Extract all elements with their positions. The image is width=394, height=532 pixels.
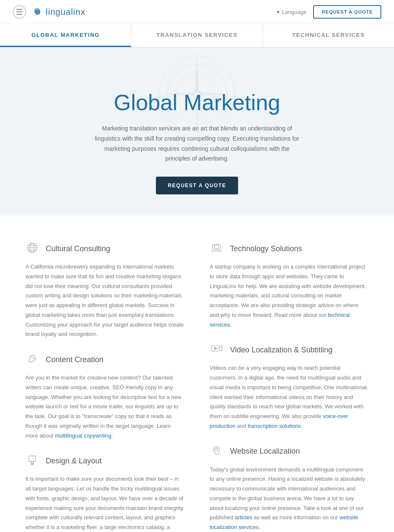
main-nav: GLOBAL MARKETING TRANSLATION SERVICES TE… <box>0 24 394 47</box>
cultural-consulting-title: Cultural Consulting <box>46 244 110 253</box>
video-localization-text: Videos can be a very engaging way to rea… <box>210 363 369 431</box>
svg-marker-26 <box>219 346 222 351</box>
technology-solutions-text: A startup company is working on a comple… <box>210 262 369 330</box>
cultural-consulting-header: Cultural Consulting <box>25 241 184 256</box>
svg-line-18 <box>29 362 31 363</box>
hero-title: Global Marketing <box>13 90 381 115</box>
video-localization-title: Video Localization & Subtitling <box>230 346 333 355</box>
content-creation-text: Are you in the market for creative new c… <box>25 373 184 441</box>
website-localization-text: Today's global environment demands a mul… <box>210 465 369 532</box>
logo-icon <box>31 6 43 18</box>
design-layout-text: It is important to make sure your docume… <box>25 474 184 532</box>
cultural-consulting-block: Cultural Consulting A California microbr… <box>25 241 184 339</box>
svg-point-28 <box>215 448 218 451</box>
header-right: ▼ Language REQUEST A QUOTE <box>276 5 381 19</box>
hamburger-menu-button[interactable] <box>13 5 26 19</box>
tab-global-marketing[interactable]: GLOBAL MARKETING <box>0 24 131 47</box>
globe-icon <box>25 241 41 256</box>
svg-rect-24 <box>214 245 219 249</box>
technical-services-link[interactable]: technical services <box>210 312 350 328</box>
hero-cta-button[interactable]: REQUEST A QUOTE <box>156 177 238 194</box>
content-creation-header: Content Creation <box>25 352 184 367</box>
header: lingualinx ▼ Language REQUEST A QUOTE <box>0 0 394 24</box>
tab-technical-services[interactable]: TECHNICAL SERVICES <box>263 24 394 47</box>
hero-section: Global Marketing Marketing translation s… <box>0 47 394 216</box>
pin-icon <box>210 444 225 459</box>
design-layout-title: Design & Layout <box>46 457 102 466</box>
design-layout-header: Design & Layout <box>25 453 184 468</box>
request-quote-header-button[interactable]: REQUEST A QUOTE <box>313 5 381 19</box>
tab-translation-services[interactable]: TRANSLATION SERVICES <box>131 24 263 47</box>
website-localization-header: Website Localization <box>210 444 369 459</box>
transcription-link[interactable]: transcription solutions <box>248 423 301 429</box>
language-arrow-icon: ▼ <box>276 10 280 14</box>
language-label: Language <box>282 9 307 15</box>
content-right-column: Technology Solutions A startup company i… <box>210 241 369 532</box>
design-layout-block: Design & Layout It is important to make … <box>25 453 184 532</box>
website-localization-block: Website Localization Today's global envi… <box>210 444 369 532</box>
content-left-column: Cultural Consulting A California microbr… <box>25 241 184 532</box>
website-localization-title: Website Localization <box>230 447 300 456</box>
header-left: lingualinx <box>13 5 85 19</box>
svg-marker-27 <box>214 347 217 350</box>
video-icon <box>210 342 225 357</box>
brush-icon <box>25 453 41 468</box>
hero-description: Marketing translation services are an ar… <box>91 124 303 164</box>
technology-solutions-title: Technology Solutions <box>230 244 302 253</box>
pencil-icon <box>25 352 41 367</box>
svg-marker-7 <box>195 60 199 94</box>
laptop-icon <box>210 241 225 256</box>
content-creation-block: Content Creation Are you in the market f… <box>25 352 184 441</box>
cultural-consulting-text: A California microbrewery expanding to i… <box>25 262 184 339</box>
logo-text: lingualinx <box>46 7 85 17</box>
video-localization-header: Video Localization & Subtitling <box>210 342 369 357</box>
articles-link[interactable]: articles <box>235 514 252 521</box>
logo[interactable]: lingualinx <box>31 6 85 18</box>
website-localization-services-link[interactable]: website localization services <box>210 514 358 530</box>
technology-solutions-header: Technology Solutions <box>210 241 369 256</box>
language-selector[interactable]: ▼ Language <box>276 9 307 15</box>
technology-solutions-block: Technology Solutions A startup company i… <box>210 241 369 330</box>
content-grid: Cultural Consulting A California microbr… <box>25 241 369 532</box>
content-section: Cultural Consulting A California microbr… <box>0 216 394 532</box>
svg-rect-19 <box>29 456 36 462</box>
video-localization-block: Video Localization & Subtitling Videos c… <box>210 342 369 431</box>
multilingual-copywriting-link[interactable]: multilingual copywriting <box>55 432 111 439</box>
content-creation-title: Content Creation <box>46 355 103 364</box>
